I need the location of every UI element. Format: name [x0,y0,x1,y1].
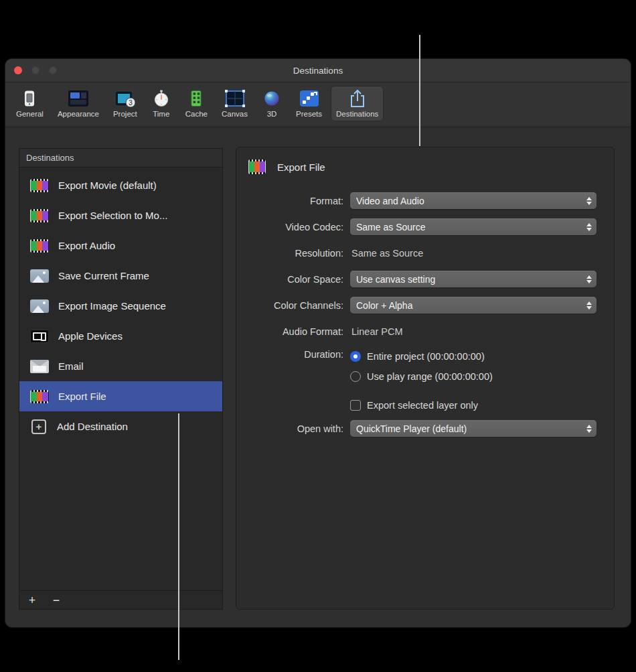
list-item-email[interactable]: Email [19,351,222,381]
toolbar-label: Time [153,110,169,118]
format-label: Format: [236,196,343,206]
list-item-label: Export Audio [58,240,115,251]
duration-label: Duration: [236,349,343,360]
list-item-export-audio[interactable]: Export Audio [19,230,222,261]
chevron-up-down-icon [586,425,592,433]
duration-entire-project-radio[interactable]: Entire project (00:00:00:00) [350,350,493,362]
cache-icon [186,88,206,109]
open-with-label: Open with: [236,423,343,434]
toolbar-item-project[interactable]: 3 Project [108,86,143,121]
list-item-export-movie[interactable]: Export Movie (default) [19,170,222,200]
svg-text:3: 3 [129,99,133,107]
toolbar-label: Cache [185,110,208,118]
list-item-export-selection[interactable]: Export Selection to Mo... [19,200,222,230]
destinations-sidebar: Destinations Export Movie (default) Expo… [19,148,223,610]
chevron-up-down-icon [586,301,592,310]
duration-radio-group: Entire project (00:00:00:00) Use play ra… [350,349,493,383]
toolbar-label: General [16,110,44,118]
image-icon [30,299,49,313]
filmstrip-icon [30,239,49,253]
toolbar-item-destinations[interactable]: Destinations [331,86,384,121]
titlebar: Destinations [5,59,631,82]
toolbar-label: Canvas [222,110,248,118]
close-button[interactable] [14,66,22,74]
format-select[interactable]: Video and Audio [350,192,597,209]
zoom-button[interactable] [49,66,57,74]
canvas-icon [224,88,246,109]
checkbox-icon [350,400,361,411]
toolbar-item-presets[interactable]: Presets [291,86,327,121]
toolbar-label: Presets [296,110,322,118]
list-item-label: Export Selection to Mo... [58,210,167,221]
toolbar-item-appearance[interactable]: Appearance [52,86,104,121]
color-channels-select[interactable]: Color + Alpha [350,297,597,314]
format-value: Video and Audio [356,196,424,206]
list-item-label: Export File [58,391,106,402]
color-channels-label: Color Channels: [236,300,343,311]
duration-row: Duration: Entire project (00:00:00:00) U… [236,349,614,383]
filmstrip-icon [30,390,49,403]
window-controls [14,59,57,82]
toolbar-item-3d[interactable]: 3D [256,86,287,121]
list-item-export-file[interactable]: Export File [19,381,222,411]
callout-line-bottom [178,413,179,660]
time-icon [151,88,171,109]
minimize-button[interactable] [31,66,39,74]
open-with-value: QuickTime Player (default) [356,423,467,434]
color-space-row: Color Space: Use canvas setting [236,271,614,287]
appearance-icon [67,88,90,109]
resolution-row: Resolution: Same as Source [236,245,614,261]
add-icon [31,419,46,434]
resolution-value: Same as Source [350,248,423,259]
toolbar-item-canvas[interactable]: Canvas [216,86,253,121]
radio-unselected-icon [350,371,361,382]
audio-format-value: Linear PCM [350,326,403,337]
screenshot-stage: Destinations General [0,0,636,672]
add-destination-button[interactable]: + [26,594,38,606]
filmstrip-icon [30,179,49,192]
radio-label: Entire project (00:00:00:00) [367,351,485,362]
export-selected-layer-row[interactable]: Export selected layer only [236,400,614,411]
list-item-label: Export Image Sequence [58,300,166,312]
export-file-panel: Export File Format: Video and Audio Vide… [236,147,615,610]
video-codec-value: Same as Source [356,222,426,232]
radio-label: Use play range (00:00:00:00) [367,371,493,382]
open-with-row: Open with: QuickTime Player (default) [236,420,614,437]
window-title: Destinations [293,66,343,76]
sidebar-header: Destinations [19,149,222,167]
list-item-add-destination[interactable]: Add Destination [19,411,222,442]
devices-icon [30,330,49,343]
toolbar-label: 3D [267,110,277,118]
list-item-save-current-frame[interactable]: Save Current Frame [19,261,222,291]
callout-line-top [419,35,420,146]
filmstrip-icon [30,209,49,222]
color-space-select[interactable]: Use canvas setting [350,271,597,287]
audio-format-label: Audio Format: [236,326,343,337]
toolbar-label: Destinations [336,110,378,118]
color-channels-row: Color Channels: Color + Alpha [236,297,614,314]
export-settings-form: Format: Video and Audio Video Codec: Sam… [236,192,614,437]
remove-destination-button[interactable]: − [50,594,62,606]
list-item-apple-devices[interactable]: Apple Devices [19,321,222,351]
toolbar-item-general[interactable]: General [11,86,49,121]
toolbar-label: Project [113,110,137,118]
resolution-label: Resolution: [236,248,343,259]
toolbar-item-time[interactable]: Time [146,86,177,121]
video-codec-select[interactable]: Same as Source [350,218,597,235]
chevron-up-down-icon [586,275,592,283]
list-item-export-image-sequence[interactable]: Export Image Sequence [19,291,222,321]
duration-use-play-range-radio[interactable]: Use play range (00:00:00:00) [350,371,493,383]
image-icon [30,269,49,283]
destinations-list: Export Movie (default) Export Selection … [19,167,222,590]
preferences-window: Destinations General [5,59,631,627]
list-item-label: Email [58,360,84,372]
video-codec-label: Video Codec: [236,222,343,232]
chevron-up-down-icon [586,223,592,231]
toolbar-item-cache[interactable]: Cache [180,86,213,121]
open-with-select[interactable]: QuickTime Player (default) [350,420,597,437]
list-item-label: Save Current Frame [58,270,149,281]
video-codec-row: Video Codec: Same as Source [236,218,614,235]
color-space-value: Use canvas setting [356,274,435,285]
chevron-up-down-icon [586,197,592,205]
color-channels-value: Color + Alpha [356,300,412,311]
